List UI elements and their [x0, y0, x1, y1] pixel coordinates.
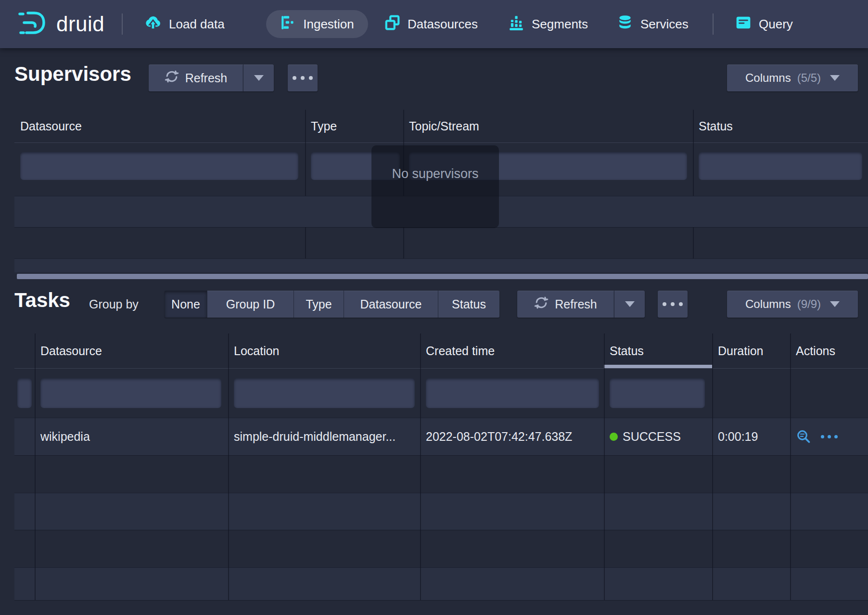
- supervisors-filter-datasource-input[interactable]: [20, 152, 298, 180]
- tasks-filter-datasource-input[interactable]: [40, 378, 221, 408]
- tasks-columns-button[interactable]: Columns (9/9): [727, 291, 858, 318]
- nav-item-load-data[interactable]: Load data: [144, 0, 225, 48]
- task-datasource-cell: wikipedia: [35, 418, 227, 455]
- group-by-datasource-button[interactable]: Datasource: [344, 291, 438, 318]
- columns-count: (9/9): [797, 297, 821, 311]
- task-created-time-cell: 2022-08-02T07:42:47.638Z: [420, 418, 603, 455]
- column-header-label: Actions: [796, 344, 835, 358]
- nav-item-label: Query: [759, 17, 793, 32]
- druid-logo[interactable]: druid: [17, 0, 104, 48]
- supervisors-column-header-status[interactable]: Status: [693, 110, 868, 142]
- column-header-label: Created time: [426, 344, 495, 358]
- table-row: [14, 567, 868, 600]
- table-row: [14, 258, 868, 272]
- tasks-header-divider: [14, 368, 868, 369]
- supervisors-filter-status-input[interactable]: [699, 152, 862, 180]
- stacked-bar-chart-icon: [508, 14, 524, 34]
- stacked-panels-icon: [384, 14, 400, 34]
- task-datasource-value: wikipedia: [40, 430, 90, 444]
- nav-item-label: Segments: [532, 17, 588, 32]
- group-by-group-id-button[interactable]: Group ID: [207, 291, 294, 318]
- task-location-value: simple-druid-middlemanager...: [234, 430, 396, 444]
- nav-item-segments[interactable]: Segments: [508, 0, 588, 48]
- group-by-status-button[interactable]: Status: [438, 291, 499, 318]
- tasks-column-header-duration[interactable]: Duration: [712, 333, 790, 368]
- top-nav-bar: druid Load data Ing: [0, 0, 868, 48]
- nav-item-services[interactable]: Services: [617, 0, 689, 48]
- tasks-filter-location-input[interactable]: [234, 378, 415, 408]
- column-divider: [712, 333, 713, 600]
- nav-item-label: Services: [640, 17, 689, 32]
- column-divider: [420, 333, 421, 600]
- nav-item-label: Ingestion: [303, 17, 354, 32]
- tasks-filter-expander-input[interactable]: [17, 378, 32, 408]
- columns-label: Columns: [745, 71, 791, 85]
- chevron-down-icon: [625, 301, 635, 307]
- group-by-option-label: Type: [306, 297, 332, 311]
- supervisors-refresh-split-button: Refresh: [149, 64, 274, 91]
- tasks-filter-status-input[interactable]: [610, 378, 705, 408]
- column-divider: [604, 333, 605, 600]
- task-created-time-value: 2022-08-02T07:42:47.638Z: [426, 430, 572, 444]
- empty-state-message: No supervisors: [392, 167, 478, 228]
- nav-item-ingestion[interactable]: Ingestion: [266, 10, 368, 38]
- nav-item-datasources[interactable]: Datasources: [384, 0, 478, 48]
- task-status-value: SUCCESS: [623, 430, 681, 444]
- column-header-label: Topic/Stream: [409, 119, 479, 133]
- supervisors-more-button[interactable]: [288, 64, 318, 91]
- supervisors-horizontal-scrollbar[interactable]: [17, 274, 868, 279]
- task-duration-value: 0:00:19: [718, 430, 758, 444]
- tasks-column-header-expander[interactable]: [14, 333, 35, 368]
- more-icon: [293, 76, 313, 80]
- success-status-dot-icon: [610, 433, 618, 441]
- column-header-label: Duration: [718, 344, 764, 358]
- group-by-type-button[interactable]: Type: [294, 291, 344, 318]
- column-header-label: Status: [610, 344, 644, 358]
- supervisors-column-header-type[interactable]: Type: [305, 110, 403, 142]
- view-task-details-icon[interactable]: [796, 429, 811, 444]
- chevron-down-icon: [254, 75, 264, 81]
- supervisors-column-header-topic-stream[interactable]: Topic/Stream: [403, 110, 693, 142]
- columns-label: Columns: [745, 297, 791, 311]
- supervisors-column-header-datasource[interactable]: Datasource: [14, 110, 305, 142]
- druid-logo-icon: [17, 10, 48, 38]
- column-divider: [790, 333, 791, 600]
- group-by-button-group: None Group ID Type Datasource Status: [165, 291, 499, 318]
- column-divider: [305, 110, 306, 272]
- group-by-option-label: Datasource: [360, 297, 422, 311]
- column-header-label: Datasource: [20, 119, 82, 133]
- columns-count: (5/5): [797, 71, 821, 85]
- database-icon: [617, 14, 633, 34]
- tasks-column-header-actions[interactable]: Actions: [790, 333, 868, 368]
- group-by-none-button[interactable]: None: [165, 291, 207, 318]
- supervisors-columns-button[interactable]: Columns (5/5): [727, 64, 858, 91]
- more-icon: [663, 302, 683, 306]
- nav-item-query[interactable]: Query: [735, 0, 793, 48]
- tasks-refresh-dropdown-button[interactable]: [614, 291, 645, 318]
- nav-item-label: Datasources: [408, 17, 478, 32]
- tasks-filter-created-time-input[interactable]: [426, 378, 599, 408]
- supervisors-refresh-dropdown-button[interactable]: [243, 64, 274, 91]
- tasks-column-header-location[interactable]: Location: [228, 333, 420, 368]
- tasks-column-header-created-time[interactable]: Created time: [420, 333, 604, 368]
- group-by-option-label: Status: [452, 297, 486, 311]
- column-divider: [228, 333, 229, 600]
- tasks-refresh-split-button: Refresh: [517, 291, 645, 318]
- no-supervisors-empty-state: No supervisors: [371, 145, 499, 228]
- tasks-refresh-button[interactable]: Refresh: [517, 291, 614, 318]
- tasks-column-header-datasource[interactable]: Datasource: [35, 333, 228, 368]
- tasks-column-header-status[interactable]: Status: [604, 333, 712, 368]
- supervisors-refresh-button[interactable]: Refresh: [149, 64, 243, 91]
- row-divider: [14, 567, 868, 568]
- chevron-down-icon: [830, 75, 840, 81]
- nav-item-label: Load data: [169, 17, 225, 32]
- column-header-label: Datasource: [40, 344, 102, 358]
- table-row: [14, 493, 868, 530]
- task-actions-menu-icon[interactable]: [821, 435, 838, 438]
- row-divider: [14, 455, 868, 456]
- tasks-more-button[interactable]: [658, 291, 688, 318]
- refresh-icon: [165, 69, 179, 87]
- tasks-title: Tasks: [14, 289, 70, 312]
- task-actions-cell: [790, 418, 867, 455]
- row-divider: [14, 258, 868, 259]
